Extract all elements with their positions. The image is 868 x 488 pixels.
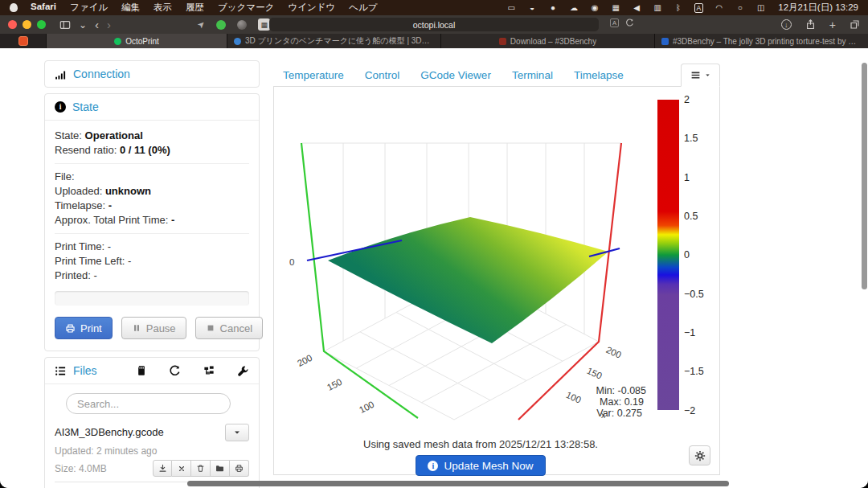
- keyboard-icon[interactable]: ▦: [611, 3, 621, 12]
- plugin-settings-button[interactable]: [689, 445, 710, 465]
- tab-favicon: [499, 38, 506, 45]
- safari-window: Safari ファイル 編集 表示 履歴 ブックマーク ウインドウ ヘルプ ▭ …: [0, 0, 868, 488]
- approx-print-time-line: Approx. Total Print Time: -: [55, 213, 249, 228]
- tab-octoprint[interactable]: OctoPrint: [47, 34, 227, 48]
- folder-structure-icon[interactable]: [203, 365, 215, 377]
- back-button[interactable]: ‹: [95, 18, 99, 31]
- screen-mirroring-icon[interactable]: ▭: [506, 3, 517, 12]
- print-file-icon[interactable]: [230, 460, 249, 477]
- update-mesh-button[interactable]: i Update Mesh Now: [416, 455, 545, 476]
- horizontal-scrollbar[interactable]: [187, 481, 729, 486]
- share-icon[interactable]: [805, 19, 816, 30]
- cancel-button[interactable]: Cancel: [195, 317, 263, 339]
- downloads-icon[interactable]: ↓: [781, 19, 792, 30]
- volume-icon[interactable]: ◀: [632, 3, 642, 12]
- pinned-tab[interactable]: [0, 34, 47, 48]
- forward-button[interactable]: ›: [107, 18, 111, 31]
- refresh-icon[interactable]: [169, 365, 181, 377]
- mesh-data-caption: Using saved mesh data from 2025/12/21 13…: [274, 438, 687, 450]
- tab-3dbenchy-site[interactable]: #3DBenchy – The jolly 3D printing tortur…: [655, 34, 868, 48]
- pin-extension-icon[interactable]: ➤: [195, 18, 208, 31]
- menu-window[interactable]: ウインドウ: [288, 2, 335, 14]
- load-folder-icon[interactable]: [211, 460, 230, 477]
- url-text: octopi.local: [413, 20, 456, 30]
- close-window-button[interactable]: [8, 20, 17, 29]
- minimize-window-button[interactable]: [23, 20, 31, 29]
- tab-overview-icon[interactable]: [850, 19, 860, 30]
- svg-text:200: 200: [604, 345, 622, 360]
- download-icon[interactable]: [153, 460, 172, 477]
- sd-card-icon[interactable]: [136, 365, 147, 376]
- translate-icon[interactable]: A: [610, 18, 619, 27]
- cloud-icon[interactable]: ☁: [569, 3, 579, 12]
- safari-tabbar: OctoPrint 3D プリンタのベンチマークに使う船の模型 | 3Dエンジン…: [0, 34, 868, 48]
- account-icon[interactable]: ◒: [527, 3, 538, 12]
- bed-mesh-3d-plot[interactable]: 0 200 150 100 200 150 100 x Min: -0.085 …: [276, 90, 653, 434]
- list-icon: [55, 365, 67, 377]
- files-body: AI3M_3DBenchy.gcode Updated: 2 minutes a…: [45, 383, 259, 488]
- tab-terminal[interactable]: Terminal: [512, 69, 553, 81]
- keyboard-brightness-icon[interactable]: ▥: [653, 3, 663, 12]
- connection-header[interactable]: Connection: [45, 61, 259, 87]
- tab-bed-visualizer-active[interactable]: [681, 64, 720, 87]
- pause-button[interactable]: Pause: [121, 317, 186, 339]
- print-button[interactable]: Print: [55, 317, 113, 339]
- trash-icon[interactable]: [191, 460, 211, 477]
- tab-title: OctoPrint: [125, 37, 159, 46]
- tab-temperature[interactable]: Temperature: [283, 69, 344, 81]
- settings-wrench-icon[interactable]: [237, 365, 249, 377]
- tab-download-3dbenchy[interactable]: Download – #3DBenchy: [441, 34, 655, 48]
- tab-benchmark-article[interactable]: 3D プリンタのベンチマークに使う船の模型 | 3Dエンジン: [227, 34, 441, 48]
- reload-icon[interactable]: [625, 18, 634, 27]
- menu-view[interactable]: 表示: [154, 2, 172, 14]
- bluetooth-icon[interactable]: ᛒ: [674, 3, 684, 12]
- control-center-icon[interactable]: ◫: [755, 3, 766, 12]
- menu-history[interactable]: 履歴: [186, 2, 204, 14]
- print-controls: Print Pause Cancel: [55, 317, 249, 339]
- colorbar-tick: −1.5: [684, 365, 704, 378]
- spotlight-icon[interactable]: ○: [735, 3, 745, 12]
- green-extension-icon[interactable]: [216, 20, 226, 30]
- files-header[interactable]: Files: [45, 358, 259, 383]
- files-title: Files: [73, 364, 97, 377]
- menu-edit[interactable]: 編集: [121, 2, 140, 14]
- svg-text:200: 200: [296, 353, 314, 368]
- apple-menu-icon[interactable]: [10, 3, 18, 12]
- sphere-extension-icon[interactable]: [237, 20, 247, 30]
- menubar-clock[interactable]: 12月21日(日) 13:29: [778, 2, 858, 14]
- shield-icon[interactable]: ◉: [590, 3, 600, 12]
- menu-safari[interactable]: Safari: [31, 2, 56, 14]
- colorbar-tick: −0.5: [684, 288, 704, 301]
- chevron-down-icon[interactable]: ⌄: [79, 19, 87, 31]
- file-search-input[interactable]: [66, 393, 231, 414]
- new-tab-icon[interactable]: +: [829, 18, 836, 31]
- file-name[interactable]: AI3M_3DBenchy.gcode: [55, 425, 164, 440]
- vertical-scrollbar[interactable]: [862, 63, 867, 289]
- tab-gcode-viewer[interactable]: GCode Viewer: [420, 69, 491, 81]
- file-expand-button[interactable]: [225, 424, 249, 441]
- state-header[interactable]: i State: [45, 94, 259, 120]
- signal-bars-icon: [55, 68, 67, 80]
- wifi-icon[interactable]: ◠: [714, 3, 724, 12]
- menu-help[interactable]: ヘルプ: [349, 2, 377, 14]
- input-source-icon[interactable]: A: [694, 3, 704, 13]
- tab-favicon: [661, 38, 669, 45]
- zoom-window-button[interactable]: [37, 20, 46, 29]
- files-toolbar: [136, 365, 249, 377]
- menu-file[interactable]: ファイル: [70, 2, 108, 14]
- sidebar-toggle-icon[interactable]: [59, 19, 71, 31]
- tab-timelapse[interactable]: Timelapse: [574, 69, 624, 81]
- pinned-tab-extension-icon: [18, 36, 28, 46]
- address-bar[interactable]: octopi.local A: [269, 18, 599, 31]
- state-line: State: Operational: [55, 129, 249, 143]
- state-body: State: Operational Resend ratio: 0 / 11 …: [45, 120, 259, 351]
- delete-x-icon[interactable]: [172, 460, 191, 477]
- resend-ratio-line: Resend ratio: 0 / 11 (0%): [55, 143, 249, 158]
- caret-down-icon: [704, 72, 711, 79]
- octoprint-sidebar: Connection i State State: Operational Re…: [44, 60, 260, 488]
- tab-control[interactable]: Control: [365, 69, 400, 81]
- colorbar-tick: 1: [684, 171, 690, 184]
- game-controller-icon[interactable]: ●: [548, 3, 559, 12]
- toolbar-right-buttons: ↓ +: [781, 18, 860, 31]
- menu-bookmarks[interactable]: ブックマーク: [218, 2, 274, 14]
